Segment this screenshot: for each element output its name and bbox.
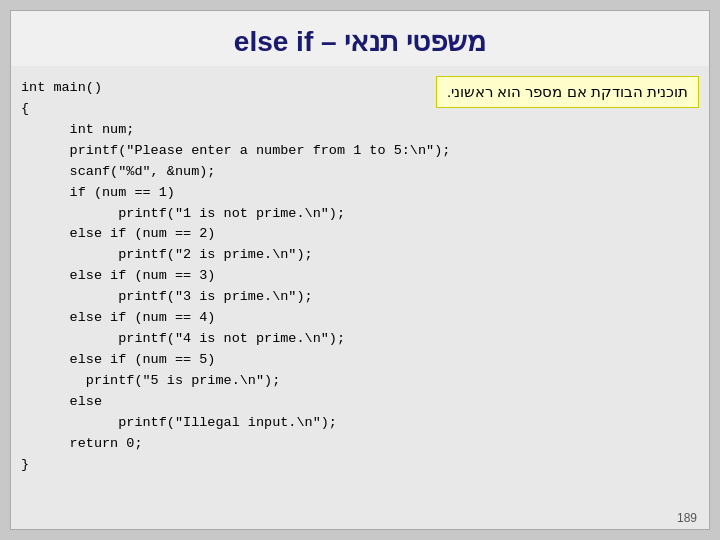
slide-header: משפטי תנאי – else if	[11, 11, 709, 66]
tooltip-box: תוכנית הבודקת אם מספר הוא ראשוני.	[436, 76, 699, 108]
code-block: int main() { int num; printf("Please ent…	[21, 78, 699, 476]
page-number: 189	[677, 511, 697, 525]
slide: משפטי תנאי – else if תוכנית הבודקת אם מס…	[10, 10, 710, 530]
slide-body: תוכנית הבודקת אם מספר הוא ראשוני. int ma…	[11, 66, 709, 529]
slide-title: משפטי תנאי – else if	[234, 26, 486, 57]
